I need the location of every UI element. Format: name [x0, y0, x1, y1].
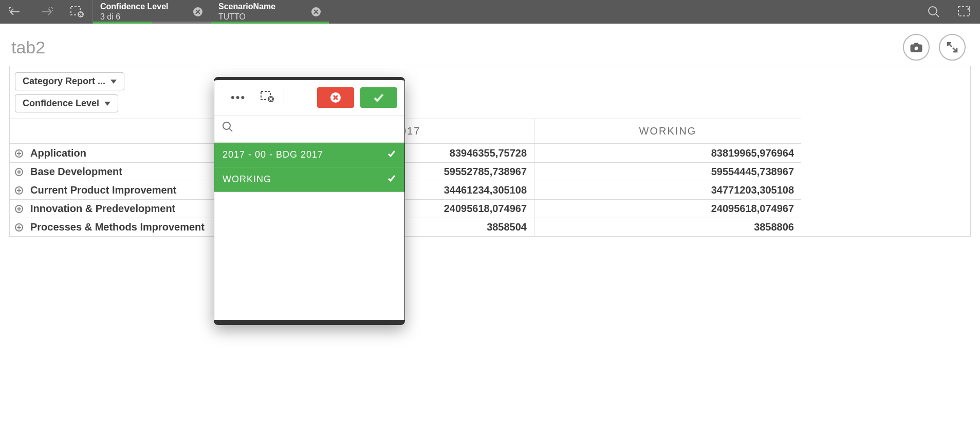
snapshot-button[interactable]	[903, 34, 930, 61]
global-search-button[interactable]	[918, 0, 949, 24]
svg-point-6	[914, 46, 918, 50]
chip-title: ScenarioName	[218, 2, 275, 11]
pivot-table: Category Report ... Confidence Level G 2…	[9, 66, 971, 237]
check-icon	[387, 149, 396, 161]
expand-icon[interactable]	[15, 186, 23, 195]
confirm-selection-button[interactable]	[360, 87, 397, 108]
chip-clear-icon[interactable]	[310, 6, 322, 17]
column-header[interactable]: WORKING	[534, 119, 801, 144]
popup-option-list: 2017 - 00 - BDG 2017WORKING	[214, 143, 404, 237]
step-forward-button[interactable]	[31, 0, 62, 24]
row-label-text: Application	[30, 147, 86, 159]
popup-notch	[304, 77, 315, 79]
expand-icon[interactable]	[15, 223, 23, 232]
selection-popup: ••• 2017 - 00 - BDG 2017WORKING	[214, 77, 405, 237]
selections-tool-button[interactable]	[949, 0, 980, 24]
dropdown-label: Confidence Level	[23, 98, 99, 109]
expand-icon[interactable]	[15, 205, 23, 213]
row-label-text: Current Product Improvement	[30, 184, 176, 196]
cancel-selection-button[interactable]	[317, 87, 354, 108]
row-label-text: Processes & Methods Improvement	[30, 221, 205, 233]
clear-selection-button[interactable]	[255, 88, 280, 107]
selection-chip-confidence-level[interactable]: Confidence Level 3 di 6	[93, 0, 211, 24]
chevron-down-icon	[110, 80, 117, 84]
search-icon[interactable]	[221, 121, 234, 135]
table-cell: 34771203,305108	[534, 181, 801, 199]
popup-search-row	[214, 116, 404, 143]
check-icon	[387, 174, 396, 185]
dimension-dropdown-confidence[interactable]: Confidence Level	[15, 94, 118, 112]
more-menu-button[interactable]: •••	[221, 89, 255, 106]
sheet-title: tab2	[11, 37, 45, 57]
sheet-header: tab2	[0, 24, 980, 66]
dropdown-label: Category Report ...	[23, 76, 105, 87]
expand-icon[interactable]	[15, 149, 23, 158]
fullscreen-button[interactable]	[939, 34, 966, 61]
popup-option[interactable]: WORKING	[214, 167, 404, 192]
chip-clear-icon[interactable]	[192, 6, 204, 17]
popup-toolbar: •••	[214, 80, 404, 116]
row-label-text: Innovation & Predevelopment	[30, 203, 175, 215]
row-label-text: Base Development	[30, 166, 122, 178]
selection-chip-scenarioname[interactable]: ScenarioName TUTTO	[211, 0, 329, 24]
chip-title: Confidence Level	[100, 2, 168, 11]
table-cell: 24095618,074967	[534, 199, 801, 218]
svg-point-15	[223, 122, 230, 129]
chevron-down-icon	[104, 102, 110, 106]
table-cell: 83819965,976964	[534, 144, 801, 162]
svg-point-4	[929, 7, 937, 15]
chip-subtitle: 3 di 6	[100, 12, 168, 22]
option-label: WORKING	[223, 174, 271, 185]
table-cell: 59554445,738967	[534, 162, 801, 181]
step-back-button[interactable]	[0, 0, 31, 24]
option-label: 2017 - 00 - BDG 2017	[223, 149, 323, 160]
clear-all-selections-button[interactable]	[62, 0, 93, 24]
selections-toolbar: Confidence Level 3 di 6 ScenarioName TUT…	[0, 0, 980, 24]
divider	[284, 88, 284, 107]
table-cell: 3858806	[534, 218, 801, 236]
dimension-dropdown-category[interactable]: Category Report ...	[15, 72, 124, 90]
popup-option[interactable]: 2017 - 00 - BDG 2017	[214, 143, 404, 167]
expand-icon[interactable]	[15, 168, 23, 176]
chip-subtitle: TUTTO	[218, 12, 275, 22]
